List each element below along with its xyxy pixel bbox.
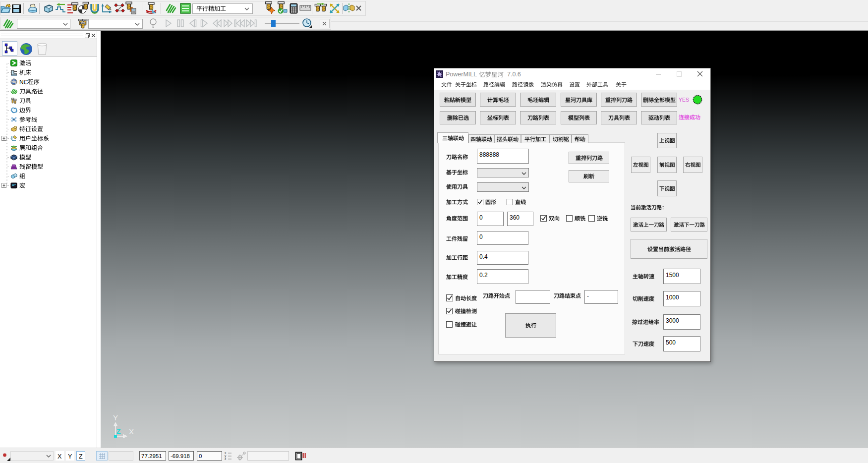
svg-text:Y: Y [113,413,118,422]
svg-text:Z: Z [116,427,121,435]
svg-text:z: z [225,457,226,461]
svg-text:X: X [129,427,134,436]
